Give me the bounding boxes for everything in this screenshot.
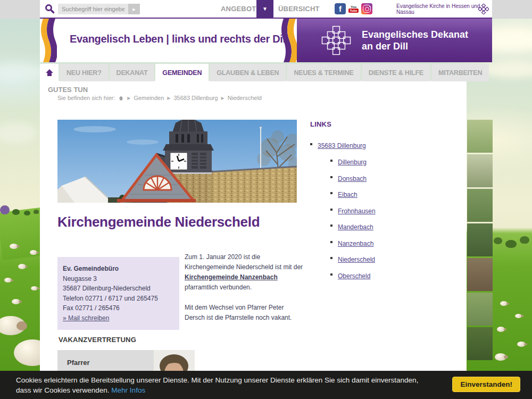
sidebar-link-dillenburg[interactable]: Dillenburg <box>338 159 367 166</box>
nav-item-mitarbeiten[interactable]: MITARBEITEN <box>431 64 489 81</box>
page-title: Kirchengemeinde Niederscheld <box>57 214 260 230</box>
nanzenbach-link[interactable]: Kirchengemeinde Nanzenbach <box>185 273 278 281</box>
sheep <box>495 353 506 361</box>
angebote-dropdown-button[interactable]: ▼ <box>256 0 273 18</box>
cookie-message-line2: dass wir Cookies verwenden. <box>16 386 110 394</box>
instagram-dot <box>369 6 370 7</box>
sheep <box>10 244 18 249</box>
facebook-icon[interactable]: f <box>335 3 346 14</box>
photo-strip-block <box>467 327 493 360</box>
instagram-icon[interactable] <box>361 3 372 14</box>
sidebar-link-oberscheld[interactable]: Oberscheld <box>338 272 370 280</box>
nav-item-neu-hier-[interactable]: NEU HIER? <box>60 64 109 81</box>
youtube-icon[interactable]: You Tube <box>348 3 359 14</box>
sidebar-link-eibach[interactable]: Eibach <box>338 191 358 198</box>
sidebar-sub-item: Nanzenbach <box>330 238 376 248</box>
ekhn-link[interactable]: Evangelische Kirche in Hessen und Nassau <box>396 0 492 18</box>
wave-decoration-mid <box>281 19 297 62</box>
youtube-icon-top: You <box>351 5 356 9</box>
search-submit-button[interactable]: ▸ <box>128 4 140 14</box>
cloud <box>0 64 43 80</box>
sidebar-sub-item: Oberscheld <box>330 271 376 280</box>
sidebar-sub-item: Manderbach <box>330 222 376 231</box>
sidebar-link-frohnhausen[interactable]: Frohnhausen <box>338 207 376 215</box>
tree <box>24 211 30 215</box>
sidebar-links-heading: LINKS <box>310 120 331 128</box>
contact-line: Fax 02771 / 265476 <box>63 303 174 313</box>
intro-p1-after: pfarramtlich verbunden. <box>185 284 252 291</box>
photo-strip-block <box>467 189 493 222</box>
content-area: GUTES TUN Sie befinden sich hier: ▶Gemei… <box>40 81 467 399</box>
breadcrumb-item[interactable]: 35683 Dillenburg <box>173 95 218 101</box>
nav-item-dekanat[interactable]: DEKANAT <box>110 64 155 81</box>
sidebar-link-dillenburg-group[interactable]: 35683 Dillenburg <box>318 142 366 149</box>
contact-title: Ev. Gemeindebüro <box>63 264 174 274</box>
photo-strip-block <box>467 223 493 256</box>
photo-strip-block <box>467 293 493 326</box>
dekanat-name: Evangelisches Dekanat an der Dill <box>362 29 468 52</box>
breadcrumb-separator: ▶ <box>167 96 170 101</box>
sheep <box>497 327 505 332</box>
sidebar-sub-item: Dillenburg <box>330 157 376 167</box>
uebersicht-menu[interactable]: ÜBERSICHT <box>278 0 320 18</box>
sidebar-parent-item: 35683 Dillenburg DillenburgDonsbachEibac… <box>310 140 376 280</box>
dekanat-cross-logo <box>319 23 353 57</box>
photo-strip-block <box>467 120 493 153</box>
sheep <box>500 301 508 306</box>
site-title: Evangelisch Leben | links und rechts der… <box>70 33 288 45</box>
sheep <box>12 299 20 304</box>
angebote-menu[interactable]: ANGEBOTE <box>221 0 261 18</box>
site-header: Evangelisch Leben | links und rechts der… <box>40 19 492 62</box>
cookie-message-line1: Cookies erleichtern die Bereitstellung u… <box>16 375 418 385</box>
sheep <box>18 264 26 269</box>
breadcrumb: Sie befinden sich hier: ▶Gemeinden▶35683… <box>57 95 262 101</box>
breadcrumb-items: ▶Gemeinden▶35683 Dillenburg▶Niederscheld <box>127 95 262 101</box>
intro-paragraph-2: Mit dem Wechsel von Pfarrer Peter Dersch… <box>185 303 304 323</box>
sidebar-sub-item: Eibach <box>330 189 376 199</box>
tree <box>12 209 20 215</box>
cookie-accept-button[interactable]: Einverstanden! <box>452 377 520 392</box>
sidebar-sub-item: Niederscheld <box>330 254 376 264</box>
ekhn-flower-cross-icon[interactable] <box>478 4 489 14</box>
sidebar-link-donsbach[interactable]: Donsbach <box>338 175 367 182</box>
church-photo <box>57 120 297 203</box>
dekanat-logo-box: Evangelisches Dekanat an der Dill <box>297 19 492 62</box>
search-input[interactable] <box>58 4 128 14</box>
photo-strip-block <box>467 258 493 291</box>
breadcrumb-item[interactable]: Niederscheld <box>228 95 262 101</box>
sheep <box>517 342 526 347</box>
cookie-message: Cookies erleichtern die Bereitstellung u… <box>16 375 418 395</box>
top-bar: ▸ ANGEBOTE ▼ ÜBERSICHT f You Tube Evange… <box>0 0 532 19</box>
nav-item-gemeinden[interactable]: GEMEINDEN <box>155 64 209 81</box>
nav-item-gutes-tun[interactable]: GUTES TUN <box>48 86 88 94</box>
sheep <box>31 286 38 290</box>
chevron-down-icon: ▼ <box>262 6 268 12</box>
sidebar-link-nanzenbach[interactable]: Nanzenbach <box>338 240 373 247</box>
sheep <box>515 314 522 318</box>
cookie-more-info-link[interactable]: Mehr Infos <box>111 386 145 394</box>
sheep-large <box>0 316 26 335</box>
contact-line: 35687 Dillenburg-Niederscheld <box>63 284 174 294</box>
nav-home-tab[interactable] <box>40 64 59 81</box>
sheep <box>4 278 12 282</box>
contact-box: Ev. Gemeindebüro Neugasse 335687 Dillenb… <box>57 257 179 330</box>
nav-item-neues-termine[interactable]: NEUES & TERMINE <box>287 64 360 81</box>
cookie-banner: Cookies erleichtern die Bereitstellung u… <box>0 371 532 399</box>
nav-item-dienste-hilfe[interactable]: DIENSTE & HILFE <box>362 64 430 81</box>
pfarrer-role-label: Pfarrer <box>67 359 90 367</box>
search-icon <box>45 4 55 14</box>
sidebar-link-niederscheld[interactable]: Niederscheld <box>338 256 375 263</box>
breadcrumb-home-icon[interactable] <box>118 95 124 101</box>
intro-p1-before: Zum 1. Januar 2020 ist die Kirchengemein… <box>185 253 303 271</box>
sidebar-link-manderbach[interactable]: Manderbach <box>338 223 373 231</box>
home-icon <box>45 68 54 77</box>
sidebar-links-list: 35683 Dillenburg DillenburgDonsbachEibac… <box>310 140 376 287</box>
tree <box>34 210 39 214</box>
breadcrumb-item[interactable]: Gemeinden <box>134 95 164 101</box>
vakanz-heading: VAKANZVERTRETUNG <box>59 336 136 344</box>
mail-link[interactable]: » Mail schreiben <box>63 314 109 322</box>
cloud <box>0 122 37 144</box>
main-navigation: NEU HIER?DEKANATGEMEINDENGLAUBEN & LEBEN… <box>40 64 489 81</box>
nav-item-glauben-leben[interactable]: GLAUBEN & LEBEN <box>210 64 286 81</box>
breadcrumb-separator: ▶ <box>127 96 130 101</box>
